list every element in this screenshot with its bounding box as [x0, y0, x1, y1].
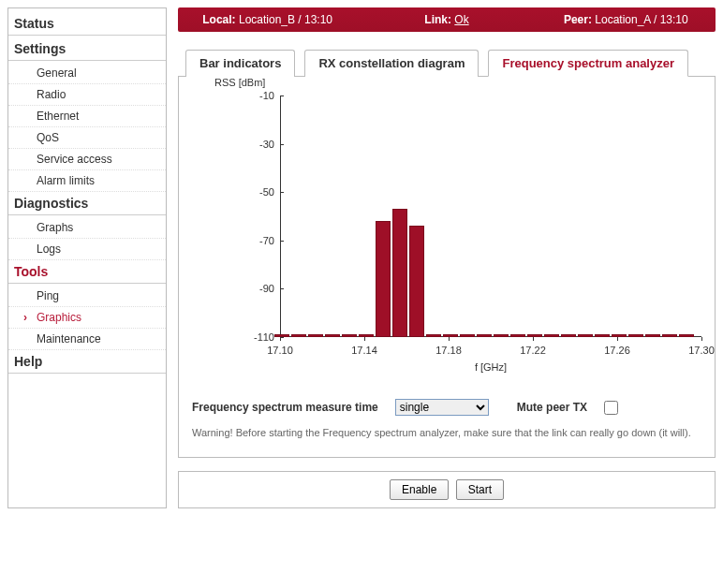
sidebar-item-graphs[interactable]: Graphs	[8, 217, 166, 239]
ytick-label: -50	[246, 186, 274, 198]
tab-frequency-spectrum[interactable]: Frequency spectrum analyzer	[488, 50, 688, 77]
ytick-label: -90	[246, 283, 274, 294]
spectrum-bar	[274, 334, 289, 337]
sidebar-item-alarm-limits[interactable]: Alarm limits	[8, 170, 166, 192]
status-peer-value: Location_A / 13:10	[595, 13, 687, 26]
status-bar: Local: Location_B / 13:10 Link: Ok Peer:…	[178, 7, 716, 32]
tabs: Bar indicators RX constellation diagram …	[178, 49, 716, 77]
mute-peer-label: Mute peer TX	[517, 401, 587, 414]
status-local: Local: Location_B / 13:10	[178, 13, 357, 26]
status-link-value[interactable]: Ok	[454, 13, 468, 26]
sidebar-heading-diagnostics[interactable]: Diagnostics	[8, 192, 166, 215]
xtick-label: 17.26	[604, 345, 630, 356]
spectrum-bar	[426, 334, 441, 337]
ytick-label: -70	[246, 235, 274, 246]
tab-bar-indicators[interactable]: Bar indicators	[185, 50, 295, 77]
warning-text: Warning! Before starting the Frequency s…	[192, 427, 701, 438]
xtick-label: 17.18	[435, 345, 462, 356]
status-peer-label: Peer:	[564, 13, 592, 26]
spectrum-bar	[325, 334, 340, 337]
plot-frame	[280, 96, 701, 337]
xtick-label: 17.14	[351, 345, 377, 356]
spectrum-bar	[595, 334, 610, 337]
sidebar-item-radio[interactable]: Radio	[8, 84, 166, 106]
spectrum-bar	[308, 334, 323, 337]
spectrum-bar	[612, 334, 627, 337]
spectrum-bar	[510, 334, 525, 337]
sidebar-heading-settings[interactable]: Settings	[8, 37, 166, 61]
spectrum-bar	[392, 209, 407, 337]
spectrum-bar	[409, 226, 424, 337]
spectrum-bar	[527, 334, 542, 337]
status-peer: Peer: Location_A / 13:10	[537, 13, 716, 26]
spectrum-bar	[443, 334, 458, 337]
spectrum-bar	[544, 334, 559, 337]
spectrum-bar	[679, 334, 694, 337]
spectrum-bar	[376, 221, 391, 337]
spectrum-bar	[645, 334, 660, 337]
mute-peer-checkbox[interactable]	[604, 401, 618, 415]
sidebar-item-graphics[interactable]: Graphics	[8, 307, 166, 329]
sidebar-item-general[interactable]: General	[8, 63, 166, 84]
content-panel: RSS [dBm] -10-30-50-70-90-11017.1017.141…	[178, 77, 716, 458]
status-link: Link: Ok	[357, 13, 536, 26]
sidebar-heading-tools[interactable]: Tools	[8, 260, 166, 284]
ytick-label: -10	[246, 90, 274, 101]
spectrum-bar	[342, 334, 357, 337]
xtick-label: 17.22	[520, 345, 546, 356]
measure-time-select[interactable]: single	[395, 399, 489, 416]
measure-time-label: Frequency spectrum measure time	[192, 401, 378, 414]
spectrum-bar	[359, 334, 374, 337]
enable-button[interactable]: Enable	[390, 479, 449, 500]
footer-bar: Enable Start	[178, 471, 716, 508]
chart-ylabel: RSS [dBm]	[214, 77, 265, 88]
sidebar-item-logs[interactable]: Logs	[8, 239, 166, 260]
chart-area: RSS [dBm] -10-30-50-70-90-11017.1017.141…	[229, 96, 701, 373]
spectrum-bar	[460, 334, 475, 337]
ytick-label: -110	[246, 331, 274, 343]
status-local-value: Location_B / 13:10	[239, 13, 332, 26]
spectrum-bar	[561, 334, 576, 337]
sidebar-item-ping[interactable]: Ping	[8, 286, 166, 307]
xtick-label: 17.30	[688, 345, 715, 356]
status-local-label: Local:	[202, 13, 235, 26]
spectrum-bar	[578, 334, 593, 337]
spectrum-bar	[477, 334, 492, 337]
xtick-label: 17.10	[267, 345, 293, 356]
chart-xlabel: f [GHz]	[280, 361, 701, 373]
sidebar-item-maintenance[interactable]: Maintenance	[8, 329, 166, 350]
tab-rx-constellation[interactable]: RX constellation diagram	[304, 50, 479, 77]
spectrum-bar	[494, 334, 509, 337]
sidebar-item-qos[interactable]: QoS	[8, 127, 166, 149]
spectrum-chart: -10-30-50-70-90-11017.1017.1417.1817.221…	[252, 96, 701, 358]
start-button[interactable]: Start	[456, 479, 504, 500]
status-link-label: Link:	[424, 13, 451, 26]
sidebar-heading-help[interactable]: Help	[8, 350, 166, 374]
spectrum-bar	[291, 334, 306, 337]
spectrum-bar	[628, 334, 643, 337]
sidebar: StatusSettingsGeneralRadioEthernetQoSSer…	[7, 7, 167, 508]
controls-row: Frequency spectrum measure time single M…	[192, 399, 701, 416]
ytick-label: -30	[246, 139, 274, 150]
sidebar-item-ethernet[interactable]: Ethernet	[8, 106, 166, 127]
sidebar-heading-status[interactable]: Status	[8, 12, 166, 36]
spectrum-bar	[662, 334, 677, 337]
sidebar-item-service-access[interactable]: Service access	[8, 149, 166, 170]
